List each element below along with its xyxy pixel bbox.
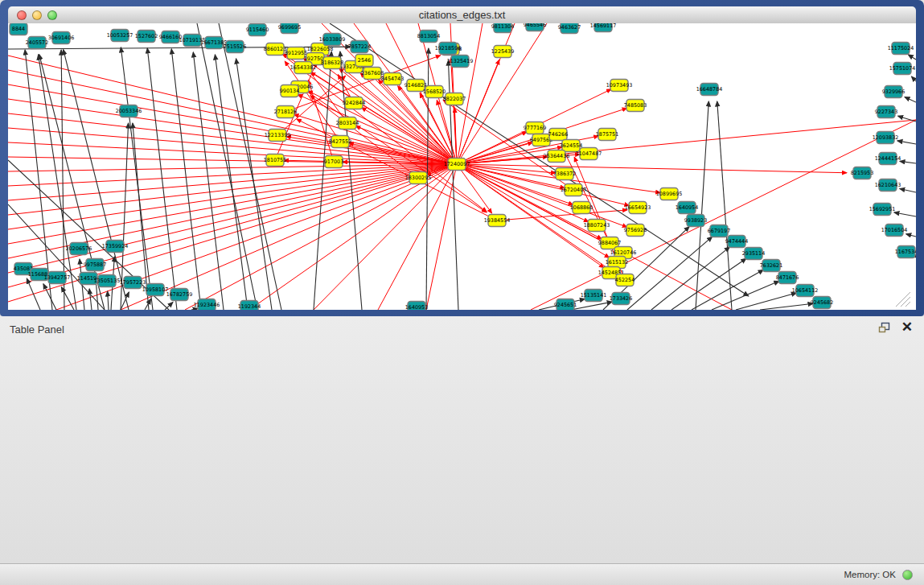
graph-edge[interactable] [61, 50, 64, 310]
resize-grip-icon[interactable] [906, 302, 910, 307]
graph-node[interactable]: 9975887 [84, 259, 106, 271]
graph-node[interactable]: 15135141 [581, 290, 607, 302]
graph-edge[interactable] [330, 23, 749, 296]
graph-node[interactable]: 1192344 [238, 301, 261, 311]
graph-edge[interactable] [8, 164, 457, 273]
graph-node[interactable]: 2935114 [742, 248, 765, 260]
graph-edge[interactable] [185, 164, 457, 310]
graph-edge[interactable] [8, 99, 457, 164]
graph-node[interactable]: 9777169 [524, 122, 546, 134]
graph-node[interactable]: 1640954 [676, 202, 698, 214]
graph-edge[interactable] [308, 80, 334, 162]
graph-node[interactable]: 9245651 [554, 299, 577, 311]
graph-edge[interactable] [215, 55, 248, 310]
graph-edge[interactable] [760, 303, 813, 310]
graph-edge[interactable] [692, 270, 763, 310]
graph-node[interactable]: 2718126 [274, 106, 297, 118]
graph-node[interactable]: 8471676 [776, 272, 799, 284]
graph-node[interactable]: 20206576 [66, 243, 92, 255]
graph-node[interactable]: 9115460 [246, 24, 269, 36]
graph-edge[interactable] [900, 188, 916, 192]
graph-node[interactable]: 11923446 [194, 299, 220, 311]
graph-edge[interactable] [8, 204, 105, 310]
graph-node[interactable]: 20053346 [116, 105, 142, 117]
graph-node[interactable]: 7515526 [224, 41, 246, 53]
graph-node[interactable]: 12444154 [875, 153, 901, 165]
graph-edge[interactable] [627, 237, 713, 310]
graph-node[interactable]: 12213399 [265, 130, 291, 142]
graph-edge[interactable] [906, 234, 916, 237]
graph-node[interactable]: 8454743 [381, 73, 404, 85]
graph-edge[interactable] [712, 281, 779, 310]
graph-node[interactable]: 16543382 [290, 62, 317, 74]
graph-edge[interactable] [165, 303, 173, 310]
graph-node[interactable]: 10053257 [107, 30, 133, 42]
graph-node[interactable]: 1733426 [610, 293, 632, 305]
graph-node[interactable]: 19218596 [435, 43, 462, 55]
graph-edge[interactable] [378, 164, 457, 310]
graph-node[interactable]: 9699695 [278, 23, 301, 34]
graph-node[interactable]: 7632621 [760, 260, 782, 272]
graph-node[interactable]: 9463627 [558, 23, 581, 34]
graph-node[interactable]: 1810755 [264, 154, 286, 167]
graph-edge[interactable] [56, 164, 457, 310]
graph-node[interactable]: 8215953 [851, 167, 873, 179]
graph-node[interactable]: 9811304 [491, 23, 514, 33]
graph-edge[interactable] [61, 287, 74, 310]
graph-node[interactable]: 8822037 [443, 93, 466, 105]
graph-node[interactable]: 14569117 [590, 23, 617, 32]
graph-node[interactable]: 9938923 [684, 215, 707, 227]
graph-node[interactable]: 8860123 [264, 43, 286, 56]
graph-edge[interactable] [8, 164, 457, 244]
graph-node[interactable]: 8813054 [417, 31, 440, 43]
graph-node[interactable]: 30691406 [48, 32, 75, 44]
graph-edge[interactable] [717, 101, 732, 310]
graph-node[interactable]: 2546 [355, 55, 373, 67]
graph-node[interactable]: 17240097 [444, 159, 470, 171]
graph-node[interactable]: 1225439 [491, 46, 514, 58]
graph-node[interactable]: 18807243 [584, 220, 610, 232]
graph-edge[interactable] [457, 164, 627, 227]
graph-node[interactable]: 13942757 [44, 272, 71, 284]
graph-node[interactable]: 917003 [324, 156, 343, 168]
graph-edge[interactable] [908, 55, 916, 60]
graph-node[interactable]: 990134 [280, 85, 299, 97]
graph-node[interactable]: 452254 [615, 274, 634, 286]
graph-edge[interactable] [191, 308, 198, 310]
graph-node[interactable]: 2405572 [26, 37, 48, 49]
graph-node[interactable]: 1068860 [570, 202, 593, 214]
graph-node[interactable]: 10958107 [142, 284, 169, 296]
graph-node[interactable]: 16720407 [561, 184, 587, 196]
graph-node[interactable]: 1167534 [895, 246, 916, 258]
memory-ok-indicator-icon[interactable] [902, 570, 913, 580]
graph-node[interactable]: 16782759 [166, 289, 193, 301]
graph-node[interactable]: 16654923 [625, 202, 651, 214]
graph-edge[interactable] [897, 141, 916, 144]
graph-node[interactable]: 15751074 [889, 63, 916, 75]
graph-edge[interactable] [911, 76, 916, 81]
graph-node[interactable]: 9227343 [875, 106, 897, 118]
graph-edge[interactable] [900, 161, 916, 163]
graph-node[interactable]: 1875751 [596, 129, 618, 141]
graph-node[interactable]: 8427552 [329, 136, 351, 148]
float-panel-icon[interactable] [878, 322, 890, 333]
graph-node[interactable]: 12093832 [873, 132, 899, 144]
graph-edge[interactable] [27, 278, 40, 310]
graph-node[interactable]: 9474444 [725, 236, 748, 248]
graph-node[interactable]: 1527602 [135, 31, 158, 43]
network-canvas[interactable]: 8860123891295518226058192750316543382818… [8, 23, 916, 310]
graph-node[interactable]: 18300295 [405, 172, 432, 184]
graph-node[interactable]: 15692951 [869, 204, 896, 216]
graph-edge[interactable] [894, 212, 916, 216]
graph-edge[interactable] [121, 164, 457, 310]
graph-edge[interactable] [197, 23, 257, 310]
graph-node[interactable]: 11325419 [447, 56, 474, 68]
graph-node[interactable]: 17016504 [881, 225, 908, 237]
graph-node[interactable]: 9329966 [882, 86, 905, 98]
graph-edge[interactable] [905, 97, 916, 102]
graph-node[interactable]: 8844 [10, 23, 27, 35]
graph-edge[interactable] [457, 60, 499, 164]
graph-node[interactable]: 10899695 [656, 188, 683, 200]
graph-node[interactable]: 2803144 [336, 117, 359, 130]
graph-edge[interactable] [193, 52, 224, 310]
